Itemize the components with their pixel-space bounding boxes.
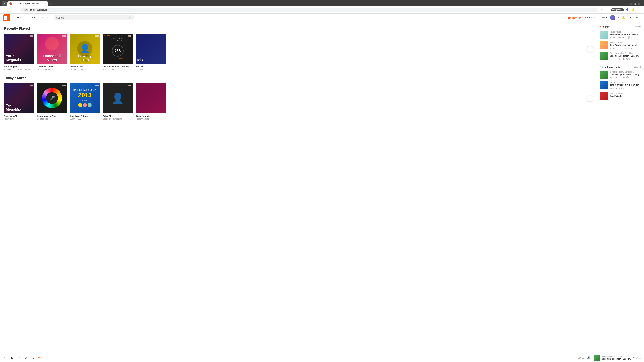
- track-info-colours: Sweet & Sour Jono Stephenson - Colours I…: [610, 41, 641, 49]
- likes-view-all[interactable]: View all: [634, 26, 641, 28]
- for-artists-link[interactable]: For Artists: [584, 15, 596, 20]
- player-progress-bar[interactable]: [46, 358, 576, 358]
- main-content: Recently Played YourMegaMix ||| Your Meg…: [0, 22, 644, 362]
- recently-played-next-arrow[interactable]: ›: [587, 46, 593, 52]
- notifications-button[interactable]: 🔔: [620, 15, 626, 20]
- recently-played-cards: YourMegaMix ||| Your MegaMix Karol G, Ju…: [4, 33, 593, 71]
- profile-button[interactable]: 👤: [624, 7, 630, 12]
- new-tab-button[interactable]: +: [49, 1, 54, 6]
- volume-icon: 🔊: [587, 356, 590, 360]
- track-info-h-densiflora2: Biotechnologia / Densiflora Densiflora p…: [610, 71, 641, 79]
- card-art-label-megamix: YourMegaMix: [6, 54, 21, 62]
- player-progress-fill: [46, 358, 62, 358]
- sc-badge-deejay: |||: [128, 35, 132, 37]
- player-controls: ⏮ ▶ ⏭ ⇄ ↻: [3, 356, 36, 360]
- nav-library[interactable]: Library: [38, 13, 51, 22]
- mix-card-3[interactable]: ONE GREAT ALBUM 2013 SUMMER |||: [70, 83, 100, 120]
- player-repeat-button[interactable]: ↻: [31, 356, 36, 360]
- minimize-button[interactable]: —: [630, 3, 632, 5]
- player-play-button[interactable]: ▶: [10, 356, 14, 360]
- track-thumb-colours: [600, 41, 608, 49]
- avatar-dropdown[interactable]: ▾: [618, 16, 618, 19]
- incognito-badge[interactable]: Incognito (2): [611, 8, 624, 11]
- messages-button[interactable]: ✉: [628, 15, 633, 20]
- nav-home[interactable]: Home: [14, 13, 26, 22]
- mix-art-2: 🎤 |||: [37, 83, 67, 113]
- player-shuffle-button[interactable]: ⇄: [24, 356, 28, 360]
- svg-text:|||: |||: [63, 85, 64, 86]
- todays-mixes-cards: YourMegaMix ||| Your MegaMix Today's mix: [4, 83, 593, 120]
- track-title-colours: Jono Stephenson - Colours In Th...: [610, 44, 641, 46]
- player-bar: ⏮ ▶ ⏭ ⇄ ↻ 0:03 1:58:33 🔊 Biotechnologia …: [0, 354, 644, 362]
- svg-text:|||: |||: [128, 85, 129, 86]
- track-stats-h-tithe: ▶ 438 ♥ 16 ⟳ 2: [610, 87, 641, 89]
- sc-badge-megamix: |||: [30, 35, 33, 37]
- extensions-button[interactable]: ⋯: [636, 7, 642, 12]
- player-artist: Biotechnologia / Densiflora: [602, 356, 631, 358]
- more-button[interactable]: •••: [635, 15, 641, 20]
- card-lowkey[interactable]: 👤 LowkeyTrap ||| Lowkey Trap Discovery P…: [70, 33, 100, 71]
- mix-card-1[interactable]: YourMegaMix ||| Your MegaMix Today's mix: [4, 83, 34, 120]
- url-text: soundcloud.com/discover: [22, 8, 47, 11]
- card-mymix[interactable]: Mix Your M... Wavey &...: [136, 33, 166, 71]
- history-view-all[interactable]: View all: [634, 66, 641, 68]
- card-megamix[interactable]: YourMegaMix ||| Your MegaMix Karol G, Ju…: [4, 33, 34, 71]
- search-bar[interactable]: 🔍: [54, 15, 134, 20]
- soundcloud-logo[interactable]: |||: [3, 14, 10, 21]
- player-prev-button[interactable]: ⏮: [3, 356, 8, 360]
- bookmark-button[interactable]: ☆: [599, 7, 604, 12]
- mix-card-4[interactable]: 👤 ||| Artist Mix Based on your listening: [103, 83, 133, 120]
- maximize-button[interactable]: ⊡: [634, 3, 636, 5]
- url-bar[interactable]: soundcloud.com/discover: [20, 7, 598, 12]
- upload-button[interactable]: Upload: [598, 15, 608, 20]
- player-repost-button[interactable]: ⟳: [636, 356, 638, 360]
- tab-close-button[interactable]: ✕: [44, 2, 46, 5]
- tab-favicon: 🎵: [10, 2, 12, 5]
- history-track-densiflora2[interactable]: Biotechnologia / Densiflora Densiflora p…: [600, 71, 641, 79]
- player-time-current: 0:03: [38, 357, 44, 359]
- card-deejay[interactable]: Deejay-Gijs Cox (Official) DJCOX 2PR ━━━…: [103, 33, 133, 71]
- notification-bell[interactable]: 🔔: [630, 7, 636, 12]
- todays-mixes-next-arrow[interactable]: ›: [587, 95, 593, 102]
- history-icon: 🕐: [600, 66, 603, 68]
- player-queue-button[interactable]: ☰: [639, 356, 641, 360]
- mix-subtitle-5: Recommended: [136, 118, 166, 120]
- mix-card-5[interactable]: Discovery Mix Recommended: [136, 83, 166, 120]
- mix-subtitle-2: Curated mix: [37, 118, 67, 120]
- history-track-road[interactable]: Skinny Fabulous Road Tribute: [600, 92, 641, 100]
- player-like-button[interactable]: ♥: [632, 357, 634, 360]
- nav-feed[interactable]: Feed: [26, 13, 38, 22]
- comments-stat-dreamsc: 💬 3: [628, 36, 632, 38]
- liked-track-dreamsc[interactable]: Raven Musik PREMIERE: Nosh & SJ - Dreams…: [600, 31, 641, 39]
- back-button[interactable]: ←: [2, 7, 7, 12]
- player-volume-control[interactable]: 🔊: [587, 356, 590, 360]
- close-button[interactable]: ✕: [638, 3, 640, 5]
- liked-track-colours[interactable]: Sweet & Sour Jono Stephenson - Colours I…: [600, 41, 641, 49]
- forward-button[interactable]: →: [8, 7, 13, 12]
- player-time-total: 1:58:33: [578, 357, 585, 359]
- card-dancehall[interactable]: DancehallVibes ||| Dancehall Vibes Disco…: [37, 33, 67, 71]
- track-info-dreamsc: Raven Musik PREMIERE: Nosh & SJ - Dreams…: [610, 31, 641, 39]
- liked-track-densiflora1[interactable]: Biotechnologia / Densiflora Densiflora p…: [600, 52, 641, 60]
- try-next-pro-button[interactable]: Try Next Pro: [568, 15, 582, 20]
- mix-subtitle-4: Based on your listening: [103, 118, 133, 120]
- svg-text:|||: |||: [96, 85, 96, 86]
- card-art-megamix: YourMegaMix |||: [4, 33, 34, 64]
- card-art-dancehall: DancehallVibes |||: [37, 33, 67, 64]
- tab-switcher[interactable]: ▾: [2, 1, 7, 6]
- reload-button[interactable]: ↻: [14, 7, 19, 12]
- history-tracks-list: Biotechnologia / Densiflora Densiflora p…: [600, 71, 641, 100]
- search-input[interactable]: [56, 16, 129, 19]
- card-art-deejay: Deejay-Gijs Cox (Official) DJCOX 2PR ━━━…: [103, 33, 133, 64]
- mix-title-4: Artist Mix: [103, 115, 133, 117]
- track-artist-h-tithe: PRZFM109.2 Asia: [610, 81, 641, 84]
- mix-card-2[interactable]: 🎤 ||| September for You Curated mix: [37, 83, 67, 120]
- sc-badge-lowkey: |||: [95, 35, 98, 37]
- nav-links: Home Feed Library: [14, 13, 51, 22]
- svg-text:|||: |||: [63, 35, 64, 36]
- user-avatar[interactable]: [610, 15, 616, 20]
- history-track-tithe[interactable]: PRZFM109.2 Asia [HARD TRUTH] TITHE AND T…: [600, 81, 641, 89]
- active-tab[interactable]: 🎵 Discover the top streamed mus... ✕: [8, 1, 48, 6]
- player-next-button[interactable]: ⏭: [17, 356, 22, 360]
- split-view-button[interactable]: ⊟: [605, 7, 610, 12]
